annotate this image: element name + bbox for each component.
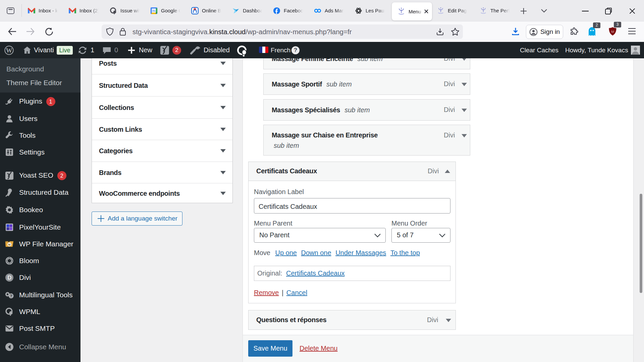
svg-text:W: W	[6, 47, 12, 54]
svg-text:ω: ω	[611, 29, 614, 33]
svg-text:D: D	[7, 275, 11, 281]
svg-text:?: ?	[10, 294, 12, 298]
svg-text:W: W	[8, 243, 11, 246]
svg-text:31: 31	[152, 9, 155, 12]
